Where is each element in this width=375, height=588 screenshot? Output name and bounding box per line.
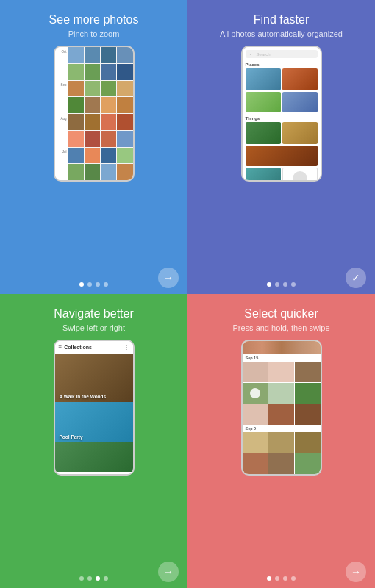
grid-cell — [101, 81, 116, 97]
phone-mockup-1: Oct Sep Aug Jul — [54, 46, 135, 182]
grid-cell — [85, 47, 100, 63]
sel-cell-9 — [295, 404, 321, 425]
sel-cell-14 — [268, 453, 294, 474]
things-grid — [243, 122, 321, 180]
month-aug: Aug — [55, 114, 68, 147]
sel-cell-13 — [243, 453, 268, 474]
grid-cell — [117, 148, 132, 164]
sel-cell-12 — [295, 432, 321, 453]
place-cell-2 — [282, 68, 318, 90]
phone-screen-3: ≡ Collections ⋮ A Walk in the Woods Pool… — [55, 341, 133, 474]
dot-3 — [104, 282, 108, 287]
panel-find-faster: Find faster All photos automatically org… — [188, 0, 375, 294]
panel-subtitle-3: Swipe left or right — [63, 323, 125, 332]
grid-cell — [101, 47, 116, 63]
dot-10 — [275, 576, 279, 581]
grid-cell — [101, 164, 116, 180]
sel-overlay-1 — [243, 362, 268, 382]
grid-cell — [85, 64, 100, 80]
collection-item-1: A Walk in the Woods — [55, 354, 133, 402]
month-jul: Jul — [55, 147, 68, 180]
collection-label-2: Pool Party — [60, 434, 83, 440]
section-things: Things — [243, 115, 321, 122]
dot-7 — [79, 576, 84, 581]
grid-area-1 — [68, 47, 133, 180]
grid-row-8 — [68, 164, 133, 180]
collections-title: Collections — [64, 345, 123, 350]
date-label-sep9: Sep 9 — [243, 425, 321, 432]
search-placeholder: Search — [257, 52, 314, 57]
menu-icon: ≡ — [59, 344, 63, 351]
place-cell-4 — [282, 92, 318, 112]
grid-cell — [85, 114, 100, 130]
select-screen: Sep 15 Sep 9 — [243, 341, 321, 474]
dot-active-1 — [79, 282, 84, 287]
phone-screen-2: ← Search Places Things — [243, 47, 321, 180]
search-screen: ← Search Places Things — [243, 47, 321, 180]
grid-cell — [117, 97, 132, 113]
grid-cell — [68, 148, 84, 164]
grid-row-2 — [68, 64, 133, 80]
grid-cell — [68, 164, 84, 180]
sel-cell-3 — [295, 362, 321, 382]
sel-cell-8 — [268, 404, 294, 425]
sel-cell-5 — [268, 383, 294, 404]
select-grid-2 — [243, 432, 321, 474]
select-grid-1 — [243, 362, 321, 425]
sel-cell-6 — [295, 383, 321, 404]
grid-cell — [68, 114, 84, 130]
grid-cell — [85, 164, 100, 180]
grid-cell — [101, 97, 116, 113]
section-places: Places — [243, 61, 321, 68]
grid-cell — [101, 148, 116, 164]
sel-cell-4 — [243, 383, 268, 404]
dot-1 — [88, 282, 92, 287]
grid-cell — [85, 97, 100, 113]
thing-cell-4 — [282, 168, 318, 180]
more-icon: ⋮ — [124, 344, 129, 351]
search-bar: ← Search — [246, 50, 318, 58]
grid-cell — [68, 47, 84, 63]
panel-title-2: Find faster — [254, 13, 310, 26]
label-sidebar-1: Oct Sep Aug Jul — [55, 47, 68, 180]
phone-mockup-3: ≡ Collections ⋮ A Walk in the Woods Pool… — [54, 340, 135, 476]
grid-cell — [117, 131, 132, 147]
sel-cell-10 — [243, 432, 268, 453]
phone-screen-1: Oct Sep Aug Jul — [55, 47, 133, 180]
arrow-button-4[interactable]: → — [346, 562, 366, 582]
dot-12 — [291, 576, 296, 581]
month-oct: Oct — [55, 47, 68, 80]
dot-11 — [283, 576, 288, 581]
dot-4 — [275, 282, 279, 287]
sel-overlay-5 — [268, 383, 294, 404]
grid-cell — [117, 114, 132, 130]
sel-cell-7 — [243, 404, 268, 425]
sel-overlay-7 — [243, 404, 268, 425]
grid-row-5 — [68, 114, 133, 130]
grid-row-3 — [68, 81, 133, 97]
grid-cell — [85, 81, 100, 97]
grid-cell — [101, 114, 116, 130]
grid-row-7 — [68, 148, 133, 164]
sel-circle — [250, 388, 260, 398]
grid-cell — [117, 47, 132, 63]
dot-5 — [283, 282, 288, 287]
grid-row-4 — [68, 97, 133, 113]
dot-active-2 — [267, 282, 271, 287]
collection-bg-3 — [55, 442, 133, 472]
grid-cell — [101, 131, 116, 147]
check-button[interactable]: ✓ — [346, 268, 366, 288]
sel-cell-2 — [268, 362, 294, 382]
dot-9 — [104, 576, 108, 581]
panel-select: Select quicker Press and hold, then swip… — [188, 294, 375, 588]
collection-item-2: Pool Party — [55, 402, 133, 442]
phone-screen-4: Sep 15 Sep 9 — [243, 341, 321, 474]
dot-active-4 — [267, 576, 271, 581]
arrow-button-1[interactable]: → — [158, 268, 179, 288]
date-label-sep15: Sep 15 — [243, 354, 321, 362]
arrow-button-3[interactable]: → — [158, 562, 179, 582]
dot-2 — [96, 282, 100, 287]
grid-cell — [85, 148, 100, 164]
grid-cell — [117, 81, 132, 97]
dot-6 — [291, 282, 296, 287]
